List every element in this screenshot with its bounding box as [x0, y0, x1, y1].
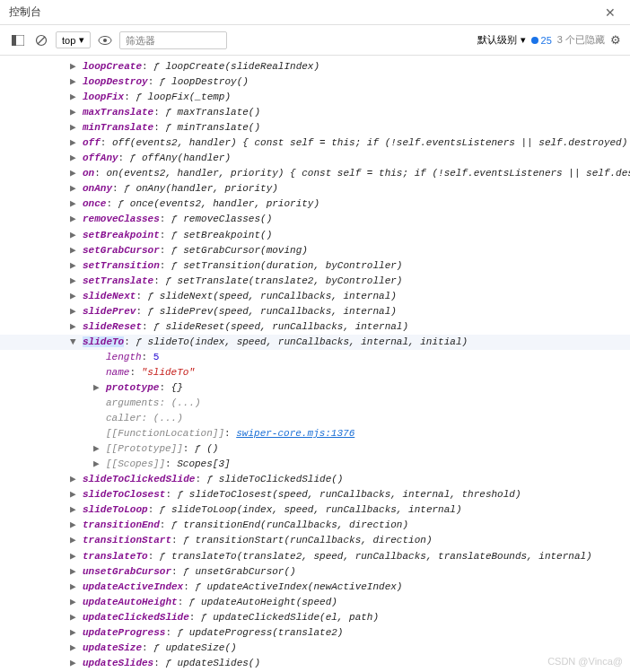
console-titlebar: 控制台 ✕ — [0, 0, 630, 25]
expand-arrow-icon[interactable]: ▶ — [70, 90, 76, 105]
expand-arrow-icon[interactable]: ▼ — [70, 335, 76, 350]
property-name: slideReset — [83, 321, 142, 332]
expand-arrow-icon[interactable]: ▶ — [70, 580, 76, 595]
expand-arrow-icon[interactable]: ▶ — [70, 243, 76, 258]
property-name: removeClasses — [83, 214, 160, 224]
property-row[interactable]: ▶updateSlides: ƒ updateSlides() — [0, 656, 630, 671]
expand-arrow-icon[interactable]: ▶ — [70, 196, 76, 212]
property-detail[interactable]: ▶[[Prototype]]: ƒ () — [0, 441, 630, 457]
property-row[interactable]: ▶slideToLoop: ƒ slideToLoop(index, speed… — [0, 502, 630, 518]
close-icon[interactable]: ✕ — [599, 4, 621, 22]
property-name: loopCreate — [83, 61, 142, 72]
property-row[interactable]: ▶offAny: ƒ offAny(handler) — [0, 151, 630, 166]
property-name: offAny — [83, 153, 118, 163]
object-tree: ▶loopCreate: ƒ loopCreate(slideRealIndex… — [0, 56, 630, 672]
property-row[interactable]: ▶maxTranslate: ƒ maxTranslate() — [0, 105, 630, 120]
expand-arrow-icon[interactable]: ▶ — [93, 457, 100, 472]
property-row[interactable]: ▶transitionStart: ƒ transitionStart(runC… — [0, 533, 630, 548]
expand-arrow-icon[interactable]: ▶ — [70, 289, 76, 304]
expand-arrow-icon[interactable]: ▶ — [70, 166, 76, 181]
property-row[interactable]: ▶slideNext: ƒ slideNext(speed, runCallba… — [0, 289, 630, 304]
property-value: ƒ loopFix(_temp) — [136, 92, 231, 102]
property-row[interactable]: ▶setGrabCursor: ƒ setGrabCursor(moving) — [0, 243, 630, 258]
property-name: setTransition — [83, 260, 160, 271]
property-value: ƒ setBreakpoint() — [171, 230, 272, 240]
property-row[interactable]: ▶updateActiveIndex: ƒ updateActiveIndex(… — [0, 580, 630, 595]
property-row[interactable]: ▶transitionEnd: ƒ transitionEnd(runCallb… — [0, 518, 630, 533]
expand-arrow-icon[interactable]: ▶ — [70, 105, 76, 120]
expand-arrow-icon[interactable]: ▶ — [70, 518, 76, 533]
clear-console-icon[interactable] — [32, 31, 50, 49]
expand-arrow-icon[interactable]: ▶ — [70, 74, 76, 90]
expand-arrow-icon[interactable]: ▶ — [70, 564, 76, 580]
expand-arrow-icon[interactable]: ▶ — [93, 380, 100, 396]
property-row[interactable]: ▶slidePrev: ƒ slidePrev(speed, runCallba… — [0, 304, 630, 319]
live-expression-icon[interactable] — [96, 31, 114, 49]
expand-arrow-icon[interactable]: ▶ — [70, 625, 76, 641]
property-name: once — [83, 198, 106, 209]
property-value: ƒ loopCreate(slideRealIndex) — [153, 61, 319, 72]
expand-arrow-icon[interactable]: ▶ — [70, 472, 76, 487]
expand-arrow-icon[interactable]: ▶ — [70, 59, 76, 74]
context-selector[interactable]: top ▾ — [56, 31, 91, 48]
property-row[interactable]: ▶onAny: ƒ onAny(handler, priority) — [0, 181, 630, 196]
expand-arrow-icon[interactable]: ▶ — [70, 274, 76, 289]
issues-badge[interactable]: 25 — [531, 35, 552, 46]
property-name: loopFix — [83, 92, 124, 102]
expand-arrow-icon[interactable]: ▶ — [70, 135, 76, 151]
expand-arrow-icon[interactable]: ▶ — [70, 120, 76, 135]
property-row[interactable]: ▶on: on(events2, handler, priority) { co… — [0, 166, 630, 181]
property-row[interactable]: ▶updateProgress: ƒ updateProgress(transl… — [0, 625, 630, 641]
expand-arrow-icon[interactable]: ▶ — [93, 441, 100, 457]
property-row[interactable]: ▶translateTo: ƒ translateTo(translate2, … — [0, 549, 630, 564]
property-detail[interactable]: ▶[[Scopes]]: Scopes[3] — [0, 457, 630, 472]
property-row[interactable]: ▶removeClasses: ƒ removeClasses() — [0, 212, 630, 227]
expand-arrow-icon[interactable]: ▶ — [70, 212, 76, 227]
property-row[interactable]: ▼slideTo: ƒ slideTo(index, speed, runCal… — [0, 335, 630, 350]
expand-arrow-icon[interactable]: ▶ — [70, 304, 76, 319]
property-row[interactable]: ▶once: ƒ once(events2, handler, priority… — [0, 196, 630, 212]
property-value: ƒ onAny(handler, priority) — [124, 183, 278, 194]
gear-icon[interactable]: ⚙ — [610, 33, 621, 47]
property-row[interactable]: ▶loopDestroy: ƒ loopDestroy() — [0, 74, 630, 90]
property-row[interactable]: ▶loopCreate: ƒ loopCreate(slideRealIndex… — [0, 59, 630, 74]
hidden-messages-count[interactable]: 3 个已隐藏 — [557, 33, 605, 47]
console-title: 控制台 — [9, 4, 41, 20]
svg-rect-1 — [12, 35, 16, 46]
property-row[interactable]: ▶setTransition: ƒ setTransition(duration… — [0, 258, 630, 274]
property-row[interactable]: ▶loopFix: ƒ loopFix(_temp) — [0, 90, 630, 105]
property-value: ƒ loopDestroy() — [160, 76, 249, 87]
svg-line-3 — [38, 37, 45, 44]
expand-arrow-icon[interactable]: ▶ — [70, 549, 76, 564]
toggle-sidebar-icon[interactable] — [9, 31, 27, 49]
property-row[interactable]: ▶setBreakpoint: ƒ setBreakpoint() — [0, 228, 630, 243]
expand-arrow-icon[interactable]: ▶ — [70, 656, 76, 671]
property-row[interactable]: ▶updateSize: ƒ updateSize() — [0, 641, 630, 656]
expand-arrow-icon[interactable]: ▶ — [70, 487, 76, 502]
expand-arrow-icon[interactable]: ▶ — [70, 151, 76, 166]
property-row[interactable]: ▶minTranslate: ƒ minTranslate() — [0, 120, 630, 135]
property-row[interactable]: ▶updateClickedSlide: ƒ updateClickedSlid… — [0, 610, 630, 625]
property-name: updateSize — [83, 642, 142, 653]
expand-arrow-icon[interactable]: ▶ — [70, 228, 76, 243]
source-link[interactable]: swiper-core.mjs:1376 — [236, 428, 354, 439]
expand-arrow-icon[interactable]: ▶ — [70, 595, 76, 610]
property-row[interactable]: ▶off: off(events2, handler) { const self… — [0, 135, 630, 151]
expand-arrow-icon[interactable]: ▶ — [70, 610, 76, 625]
property-row[interactable]: ▶setTranslate: ƒ setTranslate(translate2… — [0, 274, 630, 289]
log-level-selector[interactable]: 默认级别 ▾ — [477, 33, 526, 47]
property-detail[interactable]: ▶prototype: {} — [0, 380, 630, 396]
property-row[interactable]: ▶slideReset: ƒ slideReset(speed, runCall… — [0, 319, 630, 335]
expand-arrow-icon[interactable]: ▶ — [70, 181, 76, 196]
property-value: ƒ slideReset(speed, runCallbacks, intern… — [153, 321, 408, 332]
property-row[interactable]: ▶slideToClosest: ƒ slideToClosest(speed,… — [0, 487, 630, 502]
expand-arrow-icon[interactable]: ▶ — [70, 258, 76, 274]
filter-input[interactable] — [119, 31, 227, 49]
property-row[interactable]: ▶updateAutoHeight: ƒ updateAutoHeight(sp… — [0, 595, 630, 610]
expand-arrow-icon[interactable]: ▶ — [70, 502, 76, 518]
property-row[interactable]: ▶unsetGrabCursor: ƒ unsetGrabCursor() — [0, 564, 630, 580]
property-row[interactable]: ▶slideToClickedSlide: ƒ slideToClickedSl… — [0, 472, 630, 487]
expand-arrow-icon[interactable]: ▶ — [70, 533, 76, 548]
expand-arrow-icon[interactable]: ▶ — [70, 641, 76, 656]
expand-arrow-icon[interactable]: ▶ — [70, 319, 76, 335]
